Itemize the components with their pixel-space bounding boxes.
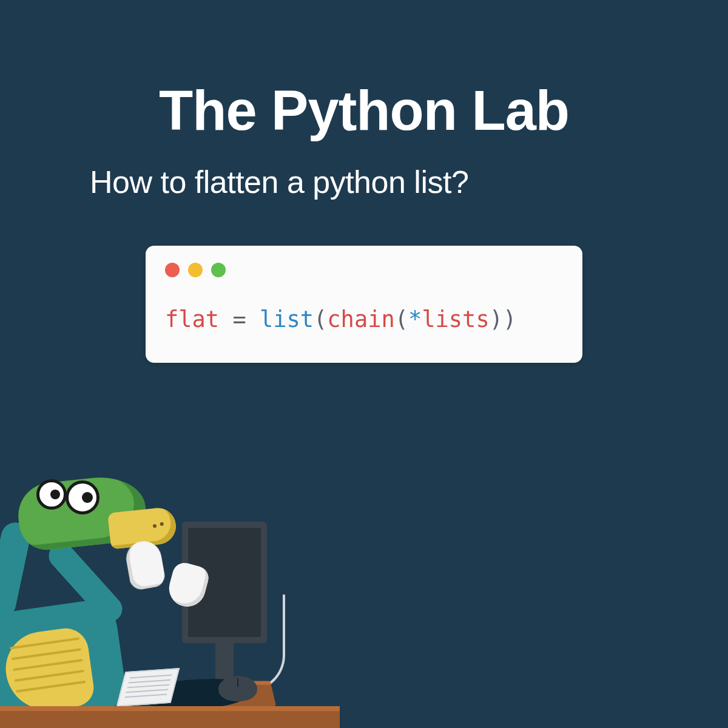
minimize-icon — [188, 263, 203, 277]
mouse-icon — [218, 676, 257, 701]
code-snippet: flat = list(chain(*lists)) — [165, 306, 563, 332]
code-token-star: * — [408, 306, 422, 332]
notepad-icon — [116, 668, 180, 707]
window-traffic-lights — [165, 263, 563, 277]
page-subtitle: How to flatten a python list? — [90, 164, 728, 200]
code-token-paren: )) — [490, 306, 517, 332]
code-token-paren: ( — [314, 306, 327, 332]
code-token-op: = — [219, 306, 260, 332]
page-title: The Python Lab — [0, 79, 728, 143]
code-token-paren: ( — [395, 306, 408, 332]
maximize-icon — [211, 263, 226, 277]
code-token-var: lists — [422, 306, 489, 332]
code-token-func: chain — [327, 306, 394, 332]
code-token-func: list — [260, 306, 314, 332]
code-token-var: flat — [165, 306, 219, 332]
python-mascot-illustration — [0, 485, 340, 728]
code-window: flat = list(chain(*lists)) — [146, 246, 582, 363]
close-icon — [165, 263, 180, 277]
